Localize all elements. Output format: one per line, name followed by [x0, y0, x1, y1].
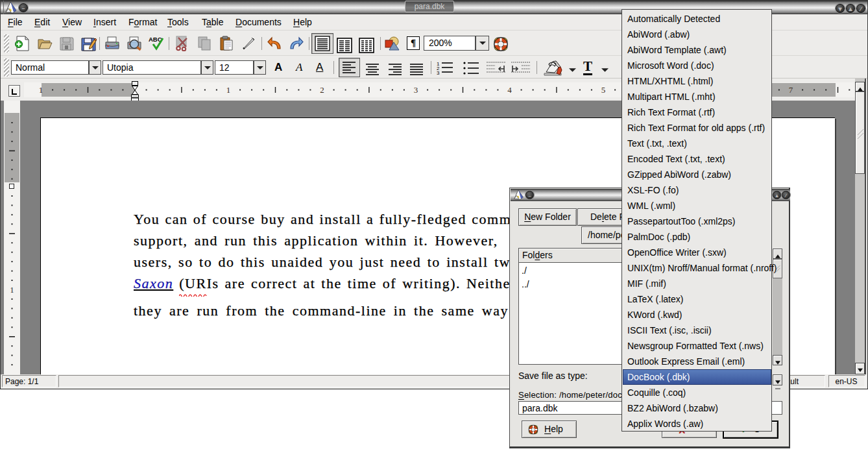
svg-text:2: 2	[320, 85, 324, 95]
svg-text:5: 5	[601, 85, 606, 95]
svg-text:1: 1	[39, 85, 43, 95]
svg-text:1: 1	[10, 286, 14, 295]
svg-text:3: 3	[414, 85, 418, 95]
svg-text:7: 7	[789, 85, 793, 95]
svg-text:3: 3	[437, 70, 440, 75]
svg-text:1: 1	[226, 85, 231, 95]
svg-text:4: 4	[507, 85, 512, 95]
